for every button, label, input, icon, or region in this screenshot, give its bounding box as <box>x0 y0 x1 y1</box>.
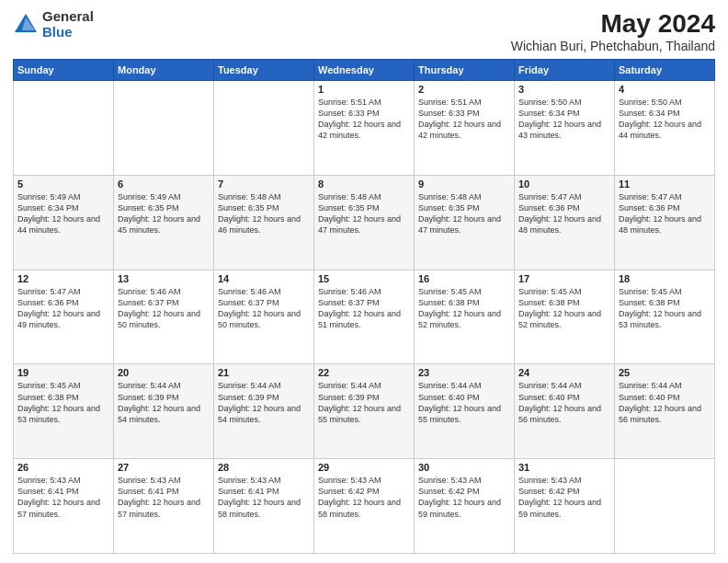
calendar-cell <box>114 81 214 176</box>
day-number: 3 <box>518 84 610 95</box>
day-number: 8 <box>318 178 410 190</box>
calendar-cell: 31Sunrise: 5:43 AM Sunset: 6:42 PM Dayli… <box>515 459 615 554</box>
day-number: 26 <box>17 462 109 473</box>
day-info: Sunrise: 5:45 AM Sunset: 6:38 PM Dayligh… <box>418 286 510 331</box>
calendar-cell: 4Sunrise: 5:50 AM Sunset: 6:34 PM Daylig… <box>615 81 715 176</box>
col-wednesday: Wednesday <box>314 60 415 81</box>
day-number: 2 <box>418 84 510 95</box>
day-info: Sunrise: 5:43 AM Sunset: 6:42 PM Dayligh… <box>318 475 410 520</box>
calendar-cell: 18Sunrise: 5:45 AM Sunset: 6:38 PM Dayli… <box>615 270 715 364</box>
calendar-cell: 17Sunrise: 5:45 AM Sunset: 6:38 PM Dayli… <box>515 270 615 364</box>
day-number: 15 <box>318 273 410 284</box>
calendar-header: Sunday Monday Tuesday Wednesday Thursday… <box>14 60 715 81</box>
calendar-cell: 1Sunrise: 5:51 AM Sunset: 6:33 PM Daylig… <box>314 81 415 176</box>
day-info: Sunrise: 5:43 AM Sunset: 6:42 PM Dayligh… <box>418 475 510 520</box>
day-info: Sunrise: 5:45 AM Sunset: 6:38 PM Dayligh… <box>17 380 109 425</box>
logo-general-text: General <box>42 9 94 25</box>
day-info: Sunrise: 5:47 AM Sunset: 6:36 PM Dayligh… <box>619 191 711 236</box>
title-block: May 2024 Wichian Buri, Phetchabun, Thail… <box>511 9 715 53</box>
day-info: Sunrise: 5:51 AM Sunset: 6:33 PM Dayligh… <box>418 97 510 142</box>
header-row: Sunday Monday Tuesday Wednesday Thursday… <box>14 60 715 81</box>
col-tuesday: Tuesday <box>214 60 314 81</box>
calendar-cell: 21Sunrise: 5:44 AM Sunset: 6:39 PM Dayli… <box>214 364 314 459</box>
col-thursday: Thursday <box>415 60 515 81</box>
day-info: Sunrise: 5:49 AM Sunset: 6:35 PM Dayligh… <box>118 191 210 236</box>
day-info: Sunrise: 5:43 AM Sunset: 6:42 PM Dayligh… <box>518 475 610 520</box>
day-number: 31 <box>518 462 610 473</box>
day-number: 22 <box>318 367 410 378</box>
col-friday: Friday <box>515 60 615 81</box>
calendar-week-4: 19Sunrise: 5:45 AM Sunset: 6:38 PM Dayli… <box>14 364 715 459</box>
day-number: 6 <box>118 178 210 190</box>
calendar-cell: 6Sunrise: 5:49 AM Sunset: 6:35 PM Daylig… <box>114 175 214 270</box>
day-info: Sunrise: 5:48 AM Sunset: 6:35 PM Dayligh… <box>218 191 310 236</box>
day-number: 11 <box>619 178 711 190</box>
day-number: 27 <box>118 462 210 473</box>
day-info: Sunrise: 5:44 AM Sunset: 6:40 PM Dayligh… <box>619 380 711 425</box>
day-info: Sunrise: 5:43 AM Sunset: 6:41 PM Dayligh… <box>218 475 310 520</box>
calendar-cell: 30Sunrise: 5:43 AM Sunset: 6:42 PM Dayli… <box>415 459 515 554</box>
day-info: Sunrise: 5:47 AM Sunset: 6:36 PM Dayligh… <box>518 191 610 236</box>
day-number: 10 <box>518 178 610 190</box>
page: General Blue May 2024 Wichian Buri, Phet… <box>0 0 728 563</box>
day-info: Sunrise: 5:48 AM Sunset: 6:35 PM Dayligh… <box>418 191 510 236</box>
day-number: 9 <box>418 178 510 190</box>
day-info: Sunrise: 5:46 AM Sunset: 6:37 PM Dayligh… <box>218 286 310 331</box>
calendar-cell: 5Sunrise: 5:49 AM Sunset: 6:34 PM Daylig… <box>14 175 114 270</box>
logo-text: General Blue <box>42 9 94 40</box>
day-info: Sunrise: 5:50 AM Sunset: 6:34 PM Dayligh… <box>518 97 610 142</box>
day-info: Sunrise: 5:49 AM Sunset: 6:34 PM Dayligh… <box>17 191 109 236</box>
day-info: Sunrise: 5:45 AM Sunset: 6:38 PM Dayligh… <box>619 286 711 331</box>
calendar-cell: 27Sunrise: 5:43 AM Sunset: 6:41 PM Dayli… <box>114 459 214 554</box>
calendar-week-3: 12Sunrise: 5:47 AM Sunset: 6:36 PM Dayli… <box>14 270 715 364</box>
col-sunday: Sunday <box>14 60 114 81</box>
calendar-cell: 29Sunrise: 5:43 AM Sunset: 6:42 PM Dayli… <box>314 459 415 554</box>
calendar-week-1: 1Sunrise: 5:51 AM Sunset: 6:33 PM Daylig… <box>14 81 715 176</box>
day-info: Sunrise: 5:44 AM Sunset: 6:39 PM Dayligh… <box>218 380 310 425</box>
col-saturday: Saturday <box>615 60 715 81</box>
day-number: 1 <box>318 84 410 95</box>
calendar-cell: 19Sunrise: 5:45 AM Sunset: 6:38 PM Dayli… <box>14 364 114 459</box>
day-info: Sunrise: 5:44 AM Sunset: 6:39 PM Dayligh… <box>118 380 210 425</box>
day-info: Sunrise: 5:50 AM Sunset: 6:34 PM Dayligh… <box>619 97 711 142</box>
day-number: 21 <box>218 367 310 378</box>
calendar-cell: 16Sunrise: 5:45 AM Sunset: 6:38 PM Dayli… <box>415 270 515 364</box>
logo-blue-text: Blue <box>42 25 94 40</box>
day-number: 24 <box>518 367 610 378</box>
calendar-body: 1Sunrise: 5:51 AM Sunset: 6:33 PM Daylig… <box>14 81 715 554</box>
day-info: Sunrise: 5:43 AM Sunset: 6:41 PM Dayligh… <box>118 475 210 520</box>
calendar-cell: 25Sunrise: 5:44 AM Sunset: 6:40 PM Dayli… <box>615 364 715 459</box>
calendar-week-2: 5Sunrise: 5:49 AM Sunset: 6:34 PM Daylig… <box>14 175 715 270</box>
calendar-cell <box>615 459 715 554</box>
calendar-cell: 23Sunrise: 5:44 AM Sunset: 6:40 PM Dayli… <box>415 364 515 459</box>
day-number: 23 <box>418 367 510 378</box>
day-info: Sunrise: 5:45 AM Sunset: 6:38 PM Dayligh… <box>518 286 610 331</box>
day-number: 29 <box>318 462 410 473</box>
calendar-cell: 26Sunrise: 5:43 AM Sunset: 6:41 PM Dayli… <box>14 459 114 554</box>
calendar-cell <box>14 81 114 176</box>
calendar-table: Sunday Monday Tuesday Wednesday Thursday… <box>13 59 715 554</box>
logo: General Blue <box>13 9 94 40</box>
calendar-cell: 11Sunrise: 5:47 AM Sunset: 6:36 PM Dayli… <box>615 175 715 270</box>
day-info: Sunrise: 5:43 AM Sunset: 6:41 PM Dayligh… <box>17 475 109 520</box>
calendar-cell: 9Sunrise: 5:48 AM Sunset: 6:35 PM Daylig… <box>415 175 515 270</box>
calendar-cell: 10Sunrise: 5:47 AM Sunset: 6:36 PM Dayli… <box>515 175 615 270</box>
calendar-cell: 8Sunrise: 5:48 AM Sunset: 6:35 PM Daylig… <box>314 175 415 270</box>
day-number: 20 <box>118 367 210 378</box>
day-info: Sunrise: 5:44 AM Sunset: 6:40 PM Dayligh… <box>418 380 510 425</box>
day-number: 16 <box>418 273 510 284</box>
day-number: 12 <box>17 273 109 284</box>
day-info: Sunrise: 5:48 AM Sunset: 6:35 PM Dayligh… <box>318 191 410 236</box>
calendar-cell: 3Sunrise: 5:50 AM Sunset: 6:34 PM Daylig… <box>515 81 615 176</box>
calendar-cell: 28Sunrise: 5:43 AM Sunset: 6:41 PM Dayli… <box>214 459 314 554</box>
day-number: 19 <box>17 367 109 378</box>
day-number: 28 <box>218 462 310 473</box>
day-number: 4 <box>619 84 711 95</box>
calendar-cell: 24Sunrise: 5:44 AM Sunset: 6:40 PM Dayli… <box>515 364 615 459</box>
header: General Blue May 2024 Wichian Buri, Phet… <box>13 9 715 53</box>
day-number: 5 <box>17 178 109 190</box>
calendar-cell: 12Sunrise: 5:47 AM Sunset: 6:36 PM Dayli… <box>14 270 114 364</box>
day-info: Sunrise: 5:46 AM Sunset: 6:37 PM Dayligh… <box>118 286 210 331</box>
day-number: 17 <box>518 273 610 284</box>
day-info: Sunrise: 5:44 AM Sunset: 6:40 PM Dayligh… <box>518 380 610 425</box>
